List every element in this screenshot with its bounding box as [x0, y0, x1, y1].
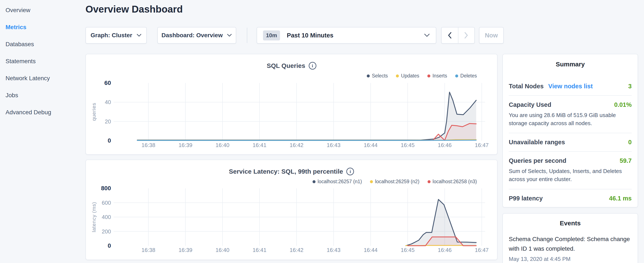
service-latency-chart-card: 16:3816:3916:4016:4116:4216:4316:4416:45… [86, 160, 498, 260]
legend-label: localhost:26258 (n3) [433, 179, 477, 184]
legend-label: Updates [401, 73, 419, 79]
svg-text:16:38: 16:38 [142, 142, 155, 148]
time-back-button[interactable] [442, 28, 458, 43]
legend-item[interactable]: localhost:26257 (n1) [312, 179, 362, 184]
chart-title: SQL Queries [266, 62, 305, 69]
svg-text:16:41: 16:41 [252, 142, 266, 148]
summary-title: Summary [509, 61, 632, 68]
chart-legend: SelectsUpdatesInsertsDeletes [367, 73, 477, 79]
sidebar: Overview Metrics Databases Statements Ne… [0, 0, 81, 121]
legend-item[interactable]: Updates [396, 73, 419, 79]
legend-label: Inserts [432, 73, 447, 79]
legend-item[interactable]: Selects [367, 73, 388, 79]
svg-text:16:47: 16:47 [475, 142, 488, 148]
chevron-right-icon [464, 32, 469, 39]
chevron-down-icon [424, 34, 430, 37]
sidebar-item-jobs[interactable]: Jobs [6, 87, 81, 104]
svg-text:20: 20 [105, 118, 111, 125]
summary-row-subtext: Sum of Selects, Updates, Inserts, and De… [509, 167, 632, 183]
svg-text:16:42: 16:42 [290, 142, 304, 148]
now-button[interactable]: Now [479, 27, 504, 44]
dashboard-dropdown[interactable]: Dashboard: Overview [157, 27, 236, 44]
view-nodes-list-link[interactable]: View nodes list [548, 83, 593, 90]
summary-row-value: 3 [628, 83, 632, 90]
time-forward-button[interactable] [458, 28, 474, 43]
svg-text:60: 60 [104, 80, 111, 86]
legend-dot [367, 75, 370, 78]
sidebar-item-databases[interactable]: Databases [6, 36, 81, 53]
time-range-label: Past 10 Minutes [287, 32, 333, 39]
summary-row-unavailable-ranges: Unavailable ranges 0 [509, 133, 632, 151]
svg-text:queries: queries [91, 103, 97, 121]
sidebar-item-network-latency[interactable]: Network Latency [6, 70, 81, 87]
svg-text:40: 40 [105, 99, 111, 105]
legend-dot [396, 75, 399, 78]
graph-dropdown[interactable]: Graph: Cluster [86, 27, 147, 44]
graph-dropdown-label: Graph: Cluster [90, 32, 132, 39]
now-button-label: Now [485, 32, 498, 39]
time-range-badge: 10m [263, 31, 280, 41]
summary-row-label: Capacity Used [509, 101, 551, 108]
svg-text:16:40: 16:40 [216, 247, 230, 253]
summary-row-label: Queries per second [509, 157, 566, 164]
time-pager [441, 27, 475, 44]
sidebar-item-advanced-debug[interactable]: Advanced Debug [6, 104, 81, 121]
sidebar-item-overview[interactable]: Overview [6, 2, 81, 19]
chevron-down-icon [136, 34, 142, 37]
legend-item[interactable]: Deletes [455, 73, 477, 79]
svg-text:0: 0 [108, 137, 111, 144]
svg-text:16:38: 16:38 [142, 247, 155, 253]
svg-text:16:46: 16:46 [438, 247, 452, 253]
svg-text:16:39: 16:39 [178, 247, 192, 253]
svg-text:latency (ms): latency (ms) [91, 202, 97, 232]
events-panel: Events Schema Change Completed: Schema c… [502, 213, 638, 263]
summary-row-p99-latency: P99 latency 46.1 ms [509, 189, 632, 207]
svg-text:16:42: 16:42 [290, 247, 304, 253]
svg-text:16:39: 16:39 [178, 142, 192, 148]
summary-row-value: 46.1 ms [609, 195, 632, 202]
legend-dot [312, 180, 316, 183]
legend-label: Selects [372, 73, 388, 79]
svg-text:16:40: 16:40 [216, 142, 230, 148]
chart-title: Service Latency: SQL, 99th percentile [229, 168, 343, 175]
svg-text:0: 0 [108, 242, 111, 249]
events-title: Events [509, 220, 632, 227]
controls-divider [247, 28, 247, 43]
time-range-dropdown[interactable]: 10m Past 10 Minutes [256, 27, 436, 44]
page-title: Overview Dashboard [86, 4, 183, 15]
event-item-timestamp: May 13, 2020 at 4:45 PM [509, 256, 632, 262]
summary-row-value: 0 [628, 139, 632, 146]
svg-text:16:43: 16:43 [326, 247, 340, 253]
info-icon[interactable]: i [346, 168, 354, 175]
svg-text:200: 200 [102, 228, 111, 235]
sidebar-item-statements[interactable]: Statements [6, 53, 81, 70]
summary-row-capacity-used: Capacity Used 0.01% You are using 28.6 M… [509, 96, 632, 133]
svg-text:16:41: 16:41 [252, 247, 266, 253]
legend-item[interactable]: Inserts [427, 73, 447, 79]
legend-dot [428, 180, 430, 183]
legend-dot [455, 75, 458, 78]
legend-label: Deletes [460, 73, 477, 79]
legend-dot [370, 180, 373, 183]
summary-row-label: Total Nodes [509, 83, 544, 90]
svg-text:16:46: 16:46 [438, 142, 452, 148]
summary-row-total-nodes: Total Nodes View nodes list 3 [509, 77, 632, 95]
svg-text:16:43: 16:43 [326, 142, 340, 148]
svg-text:16:45: 16:45 [401, 142, 414, 148]
sidebar-item-metrics[interactable]: Metrics [6, 19, 81, 36]
summary-row-value: 59.7 [620, 157, 632, 164]
legend-item[interactable]: localhost:26259 (n2) [370, 179, 419, 184]
info-icon[interactable]: i [309, 62, 316, 70]
summary-row-queries-per-second: Queries per second 59.7 Sum of Selects, … [509, 152, 632, 189]
svg-text:16:45: 16:45 [401, 247, 414, 253]
summary-row-label: Unavailable ranges [509, 139, 565, 146]
summary-row-label: P99 latency [509, 195, 543, 202]
event-item-text[interactable]: Schema Change Completed: Schema change w… [509, 234, 632, 254]
svg-text:16:44: 16:44 [364, 247, 378, 253]
svg-text:600: 600 [102, 200, 111, 206]
overview-dashboard-page: Overview Metrics Databases Statements Ne… [0, 0, 644, 263]
dashboard-dropdown-label: Dashboard: Overview [162, 32, 223, 39]
chart-legend: localhost:26257 (n1)localhost:26259 (n2)… [312, 179, 477, 184]
legend-dot [427, 75, 430, 78]
legend-item[interactable]: localhost:26258 (n3) [428, 179, 477, 184]
